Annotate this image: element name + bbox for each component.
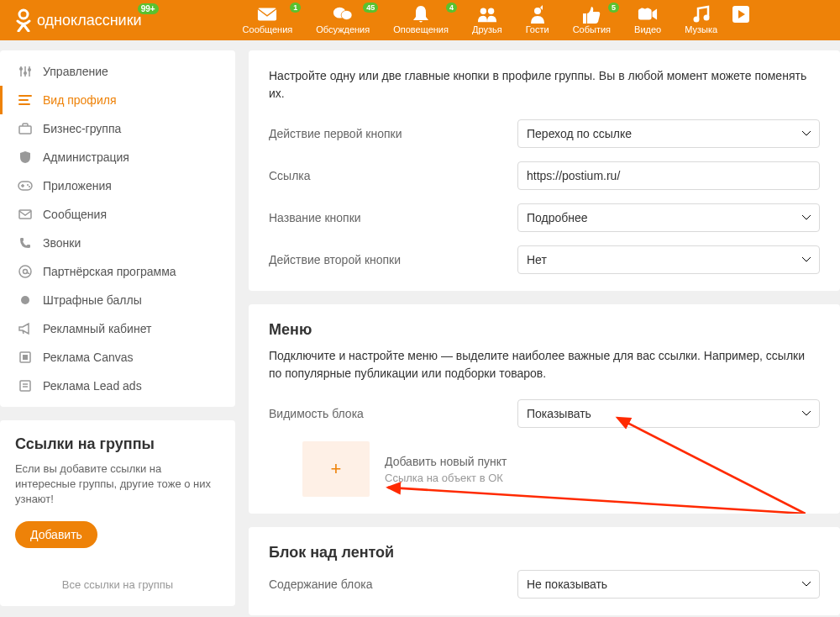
link-input[interactable]: [517, 161, 820, 190]
mail-icon: [18, 207, 33, 222]
sidebar-item-lead-ads[interactable]: Реклама Lead ads: [0, 372, 235, 400]
sidebar-item-business[interactable]: Бизнес-группа: [0, 114, 235, 143]
add-sub: Ссылка на объект в ОК: [385, 472, 507, 484]
sidebar-item-label: Реклама Lead ads: [43, 379, 142, 393]
briefcase-icon: [18, 121, 33, 136]
nav-events[interactable]: События 5: [573, 6, 611, 34]
nav-notifications[interactable]: Оповещения 4: [393, 6, 449, 34]
nav-play[interactable]: [731, 6, 751, 34]
nav-guests[interactable]: Гости: [526, 6, 549, 34]
svg-rect-1: [258, 8, 276, 21]
svg-point-13: [19, 67, 23, 71]
phone-icon: [18, 235, 33, 250]
list-icon: [18, 92, 33, 108]
sidebar-item-canvas[interactable]: Реклама Canvas: [0, 343, 235, 372]
nav-friends[interactable]: Друзья: [472, 6, 502, 34]
sidebar-item-calls[interactable]: Звонки: [0, 229, 235, 257]
plus-icon: +: [331, 458, 342, 480]
visibility-label: Видимость блока: [269, 407, 504, 420]
play-icon: [731, 6, 751, 23]
form-icon: [18, 378, 33, 393]
name-label: Название кнопки: [269, 211, 504, 224]
svg-point-5: [488, 8, 494, 14]
sidebar-item-label: Сообщения: [43, 208, 107, 221]
add-tile[interactable]: +: [302, 441, 370, 497]
name-select[interactable]: Подробнее: [517, 203, 820, 232]
svg-rect-20: [19, 210, 31, 219]
shield-icon: [18, 150, 33, 165]
sidebar-item-ads-cabinet[interactable]: Рекламный кабинет: [0, 314, 235, 343]
nav-label: Обсуждения: [316, 24, 370, 34]
nav-label: Сообщения: [243, 24, 293, 34]
nav-messages[interactable]: Сообщения 1: [243, 6, 293, 34]
action2-select[interactable]: Нет: [517, 245, 820, 274]
action2-label: Действие второй кнопки: [269, 253, 504, 266]
sidebar-item-label: Партнёрская программа: [43, 265, 176, 278]
ok-logo-icon: [15, 8, 32, 32]
sidebar-item-label: Бизнес-группа: [43, 122, 121, 135]
dot-icon: [18, 293, 33, 308]
sidebar-item-profile-view[interactable]: Вид профиля: [0, 86, 235, 114]
nav-label: События: [573, 24, 611, 34]
sidebar-item-partner[interactable]: Партнёрская программа: [0, 257, 235, 286]
svg-point-9: [645, 8, 650, 13]
sidebar-item-label: Звонки: [43, 236, 81, 250]
guests-icon: [528, 6, 548, 23]
svg-rect-25: [23, 355, 28, 360]
sidebar-item-label: Приложения: [43, 179, 112, 192]
svg-rect-16: [19, 126, 31, 134]
links-title: Ссылки на группы: [15, 435, 220, 453]
links-desc: Если вы добавите ссылки на интересные гр…: [15, 461, 220, 508]
sidebar-item-management[interactable]: Управление: [0, 57, 235, 86]
add-link-button[interactable]: Добавить: [15, 521, 97, 548]
sidebar-item-admin[interactable]: Администрация: [0, 143, 235, 171]
nav-label: Музыка: [685, 24, 717, 34]
chat-icon: [333, 6, 353, 23]
svg-point-6: [534, 8, 541, 14]
main-content: Настройте одну или две главные кнопки в …: [249, 50, 840, 615]
action1-select[interactable]: Переход по ссылке: [517, 119, 820, 148]
nav-music[interactable]: Музыка: [685, 6, 717, 34]
menu-title: Меню: [269, 321, 820, 339]
friends-icon: [477, 6, 497, 23]
svg-point-23: [21, 296, 29, 304]
logo[interactable]: одноклассники 99+: [15, 8, 142, 32]
content-select[interactable]: Не показывать: [517, 570, 820, 599]
sidebar: Управление Вид профиля Бизнес-группа Адм…: [0, 50, 235, 615]
camera-icon: [638, 6, 658, 23]
top-header: одноклассники 99+ Сообщения 1 Обсуждения…: [0, 0, 840, 40]
bell-icon: [411, 6, 431, 23]
group-links-card: Ссылки на группы Если вы добавите ссылки…: [0, 420, 235, 606]
nav-badge: 1: [290, 3, 301, 13]
music-icon: [691, 6, 711, 23]
feed-block-title: Блок над лентой: [269, 544, 820, 562]
sidebar-item-mail[interactable]: Сообщения: [0, 200, 235, 229]
brand-name: одноклассники: [37, 12, 142, 29]
add-menu-item[interactable]: + Добавить новый пункт Ссылка на объект …: [269, 441, 820, 497]
thumbs-up-icon: [581, 6, 601, 23]
canvas-icon: [18, 350, 33, 365]
buttons-panel: Настройте одну или две главные кнопки в …: [249, 50, 840, 291]
link-label: Ссылка: [269, 169, 504, 182]
svg-rect-26: [20, 381, 30, 391]
sidebar-menu: Управление Вид профиля Бизнес-группа Адм…: [0, 50, 235, 407]
nav-label: Оповещения: [393, 24, 449, 34]
sidebar-item-apps[interactable]: Приложения: [0, 171, 235, 200]
sidebar-item-label: Вид профиля: [43, 93, 116, 107]
svg-point-3: [341, 10, 352, 19]
action1-label: Действие первой кнопки: [269, 127, 504, 140]
sidebar-item-label: Рекламный кабинет: [43, 322, 151, 335]
sidebar-item-penalty[interactable]: Штрафные баллы: [0, 286, 235, 314]
svg-point-11: [703, 15, 709, 21]
sidebar-item-label: Администрация: [43, 150, 129, 164]
visibility-select[interactable]: Показывать: [517, 399, 820, 428]
sliders-icon: [18, 64, 33, 79]
nav-video[interactable]: Видео: [634, 6, 661, 34]
svg-point-21: [19, 266, 31, 277]
nav-label: Видео: [634, 24, 661, 34]
sidebar-item-label: Управление: [43, 65, 108, 78]
all-links-link[interactable]: Все ссылки на группы: [15, 578, 220, 591]
nav-discussions[interactable]: Обсуждения 45: [316, 6, 370, 34]
svg-rect-17: [18, 182, 32, 190]
nav-badge: 45: [363, 3, 378, 13]
